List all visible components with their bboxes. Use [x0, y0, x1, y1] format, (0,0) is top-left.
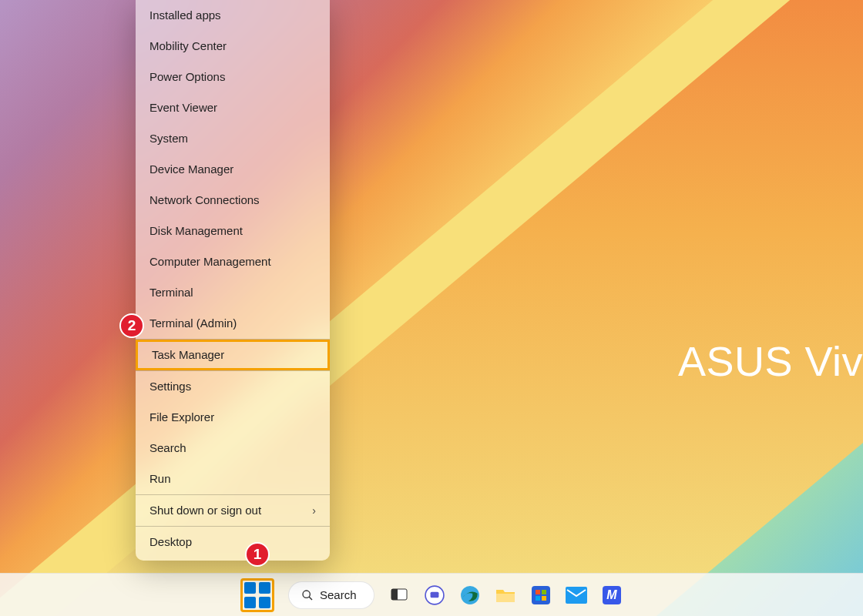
menu-item-label: Settings [149, 371, 191, 402]
menu-item-label: Search [149, 433, 186, 464]
menu-item-label: Terminal [149, 277, 193, 308]
svg-point-0 [303, 591, 310, 598]
menu-item-terminal[interactable]: Terminal [136, 277, 330, 308]
chat-icon[interactable] [424, 584, 445, 606]
menu-item-label: Network Connections [149, 185, 260, 216]
start-button[interactable] [244, 582, 270, 608]
menu-item-label: System [149, 123, 188, 154]
file-explorer-icon[interactable] [495, 584, 516, 606]
menu-item-installed-apps[interactable]: Installed apps [136, 0, 330, 31]
menu-item-shut-down-or-sign-out[interactable]: Shut down or sign out› [136, 495, 330, 526]
highlight-start-button [240, 578, 274, 612]
menu-item-disk-management[interactable]: Disk Management [136, 216, 330, 246]
task-view-icon[interactable] [388, 584, 410, 606]
menu-item-label: Power Options [149, 62, 225, 92]
menu-item-terminal-admin[interactable]: Terminal (Admin) [136, 308, 330, 339]
menu-item-desktop[interactable]: Desktop [136, 527, 330, 557]
menu-item-label: Desktop [149, 527, 192, 557]
menu-item-network-connections[interactable]: Network Connections [136, 185, 330, 216]
menu-item-mobility-center[interactable]: Mobility Center [136, 31, 330, 62]
edge-icon[interactable] [459, 584, 481, 606]
taskbar: Search M [0, 573, 863, 616]
search-icon [301, 589, 314, 601]
chevron-right-icon: › [312, 495, 316, 526]
brand-text: ASUS Viv [678, 337, 863, 385]
menu-item-label: Disk Management [149, 216, 243, 246]
mail-icon[interactable] [566, 584, 587, 606]
annotation-marker-1: 1 [245, 542, 270, 567]
menu-item-label: Installed apps [149, 0, 221, 31]
menu-item-file-explorer[interactable]: File Explorer [136, 402, 330, 433]
power-user-menu: Installed appsMobility CenterPower Optio… [136, 0, 330, 561]
svg-rect-3 [391, 589, 398, 600]
menu-item-device-manager[interactable]: Device Manager [136, 154, 330, 185]
app-icon-m[interactable]: M [601, 584, 623, 606]
menu-item-power-options[interactable]: Power Options [136, 62, 330, 92]
menu-item-label: Mobility Center [149, 31, 227, 62]
menu-item-label: Task Manager [152, 340, 224, 370]
menu-item-label: Event Viewer [149, 92, 217, 123]
menu-item-task-manager[interactable]: Task Manager [136, 340, 330, 370]
menu-item-label: Terminal (Admin) [149, 308, 237, 339]
svg-rect-7 [496, 594, 515, 602]
search-label: Search [320, 588, 357, 601]
svg-line-1 [309, 597, 312, 600]
menu-item-computer-management[interactable]: Computer Management [136, 246, 330, 277]
menu-item-search[interactable]: Search [136, 433, 330, 464]
menu-item-label: Computer Management [149, 246, 271, 277]
menu-item-label: Device Manager [149, 154, 233, 185]
menu-item-label: Run [149, 464, 171, 494]
menu-item-event-viewer[interactable]: Event Viewer [136, 92, 330, 123]
annotation-marker-2: 2 [119, 313, 144, 338]
menu-item-run[interactable]: Run [136, 464, 330, 494]
menu-item-label: File Explorer [149, 402, 214, 433]
menu-item-settings[interactable]: Settings [136, 371, 330, 402]
microsoft-store-icon[interactable] [530, 584, 552, 606]
search-box[interactable]: Search [288, 581, 374, 609]
desktop-background: ASUS Viv [0, 0, 863, 616]
menu-item-system[interactable]: System [136, 123, 330, 154]
menu-item-label: Shut down or sign out [149, 495, 261, 526]
svg-rect-5 [431, 591, 439, 598]
